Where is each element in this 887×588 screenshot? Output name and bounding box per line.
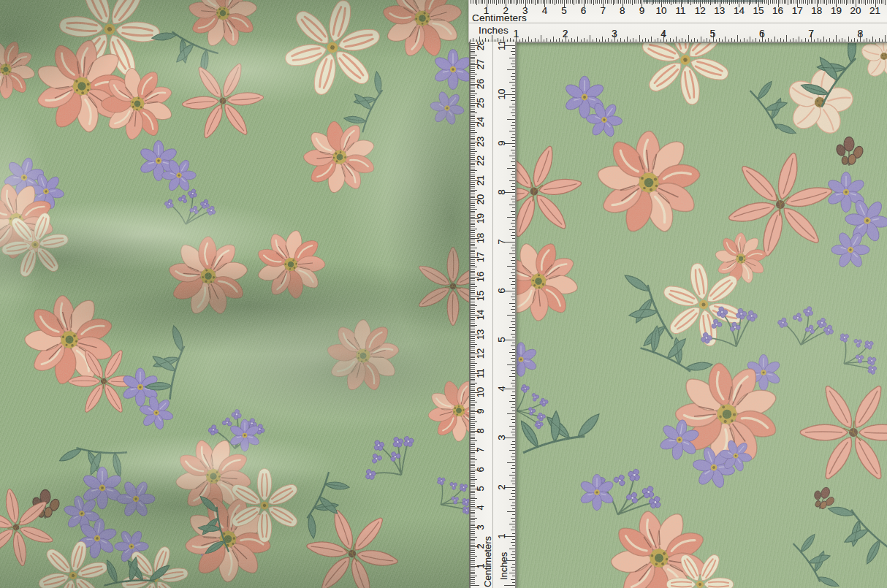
inch-tick-mark [584,38,585,42]
inch-tick-mark [512,337,516,337]
inch-tick-mark [808,39,809,42]
photo-edge-shadow [643,0,764,2]
leaf-spray [614,265,672,351]
inch-tick-mark [511,383,515,383]
inch-tick-mark [507,168,515,169]
inch-tick-mark [512,373,516,374]
cm-tick-mark [547,0,547,4]
cm-tick-mark [844,0,845,4]
inch-tick-mark [805,38,806,42]
inch-tick-mark [568,39,569,42]
inch-tick-mark [511,468,515,469]
cm-tick-mark [471,148,475,148]
inch-tick-mark [512,416,516,417]
floral-print-layer-left [0,0,470,588]
coral-flower [151,220,264,333]
inch-tick-mark [511,100,515,101]
cm-tick-mark [620,0,621,4]
inch-tick-mark [814,39,815,42]
inch-tick-mark [636,39,636,42]
cm-tick-mark [858,0,859,4]
cm-tick-mark [823,0,823,4]
cm-tick-mark [550,0,551,4]
inch-tick-mark [512,153,516,153]
inch-tick-mark [511,407,515,408]
inch-tick-mark [512,91,516,92]
cm-tick-mark [826,0,827,5]
inch-number: 2 [496,484,507,490]
inch-tick-mark [512,207,516,208]
inch-tick-mark [627,37,628,42]
cm-tick-mark [471,224,475,225]
inch-tick-mark [759,39,760,42]
cm-tick-mark [587,0,588,4]
cm-number: 10 [475,387,486,397]
cm-tick-mark [471,522,475,522]
inch-tick-mark [511,444,515,445]
cm-number: 26 [475,78,486,88]
cm-tick-mark [576,0,576,4]
cm-tick-mark [626,0,627,4]
cm-number: 25 [475,98,486,108]
cm-tick-mark [471,95,475,96]
inch-tick-mark [509,180,515,181]
inch-tick-mark [512,263,516,264]
inch-tick-mark [512,251,516,251]
cm-tick-mark [471,346,475,347]
cm-tick-mark [471,498,477,499]
inch-tick-mark [511,579,515,580]
inch-tick-mark [512,128,516,129]
inch-tick-mark [544,39,544,42]
inch-tick-mark [608,38,609,42]
cm-tick-mark [471,283,475,283]
inch-tick-mark [512,159,516,159]
inch-tick-mark [512,226,516,227]
inch-tick-mark [547,38,547,42]
cm-tick-mark [471,437,475,438]
coral-flower [289,107,389,207]
cm-number: 17 [475,252,486,262]
cm-tick-mark [809,0,810,4]
inch-tick-mark [750,37,750,42]
cm-tick-mark [471,267,477,267]
cm-number: 8 [620,5,625,16]
inch-tick-mark [885,35,886,42]
cm-tick-mark [807,0,808,5]
cm-tick-mark [471,151,477,152]
cm-tick-mark [582,0,582,4]
cm-tick-mark [471,427,475,428]
inch-tick-mark [512,146,516,147]
cm-tick-mark [471,284,475,285]
inch-tick-mark [574,39,575,42]
cm-tick-mark [514,0,514,4]
cm-tick-mark [780,0,780,4]
cm-tick-mark [471,91,475,92]
cm-tick-mark [471,577,475,578]
cm-tick-mark [471,583,475,584]
inch-tick-mark [740,39,741,42]
inch-tick-mark [511,260,515,261]
cm-number: 21 [869,5,880,16]
inch-tick-mark [833,39,834,42]
cm-tick-mark [593,0,594,5]
cm-tick-mark [471,477,475,478]
inches-label: Inches [479,25,509,36]
cm-tick-mark [471,74,477,75]
cm-number: 13 [475,329,486,340]
inch-tick-mark [845,39,845,42]
inch-tick-mark [512,386,516,386]
inch-number: 8 [857,28,863,39]
centimeters-label: Centimeters [472,12,527,23]
cm-tick-mark [479,0,479,4]
cm-tick-mark [560,0,561,4]
cm-tick-mark [471,458,475,459]
cm-tick-mark [549,0,549,4]
inch-tick-mark [512,447,516,448]
inch-tick-mark [571,38,572,42]
inch-tick-mark [701,37,701,42]
leaf-spray [140,320,195,400]
inch-tick-mark [511,76,515,77]
inch-tick-mark [509,376,515,377]
inch-tick-mark [512,355,516,356]
inch-tick-mark [581,39,582,42]
